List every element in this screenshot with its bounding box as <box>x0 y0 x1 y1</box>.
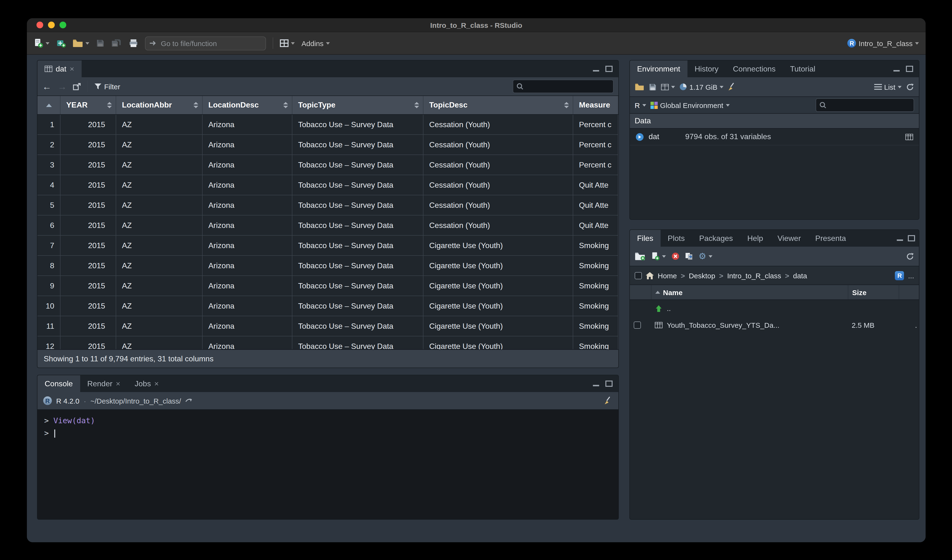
tab-jobs[interactable]: Jobs × <box>127 375 166 392</box>
table-row[interactable]: 72015AZArizonaTobacco Use – Survey DataC… <box>37 236 618 256</box>
save-workspace-icon[interactable] <box>649 83 657 91</box>
tab-connections[interactable]: Connections <box>726 60 783 77</box>
refresh-icon[interactable] <box>906 252 914 260</box>
language-selector[interactable]: R <box>635 101 646 109</box>
maximize-pane-icon[interactable] <box>906 66 913 72</box>
tab-files[interactable]: Files <box>630 230 661 247</box>
back-button[interactable]: ← <box>42 82 51 91</box>
file-checkbox[interactable] <box>634 321 641 329</box>
popout-window-button[interactable] <box>73 83 81 90</box>
column-header-measure[interactable]: Measure <box>573 96 618 114</box>
file-row-up[interactable]: .. <box>630 300 919 317</box>
import-dataset-button[interactable] <box>661 84 675 90</box>
minimize-pane-icon[interactable] <box>593 70 599 71</box>
close-tab-icon[interactable]: × <box>155 380 159 388</box>
more-file-commands-button[interactable]: ⚙ <box>699 251 712 262</box>
new-file-button[interactable] <box>34 39 49 48</box>
close-tab-icon[interactable]: × <box>70 65 74 73</box>
table-row[interactable]: 92015AZArizonaTobacco Use – Survey DataC… <box>37 276 618 296</box>
minimize-window-button[interactable] <box>48 22 55 28</box>
column-header-year[interactable]: YEAR <box>60 96 116 114</box>
file-name[interactable]: .. <box>667 304 671 312</box>
forward-button[interactable]: → <box>57 82 67 91</box>
save-all-button[interactable] <box>111 39 122 48</box>
column-header-topictype[interactable]: TopicType <box>292 96 423 114</box>
tab-render[interactable]: Render × <box>80 375 127 392</box>
tab-dat[interactable]: dat × <box>37 60 81 77</box>
table-row[interactable]: 52015AZArizonaTobacco Use – Survey DataC… <box>37 195 618 216</box>
table-row[interactable]: 22015AZArizonaTobacco Use – Survey DataC… <box>37 135 618 155</box>
copy-file-icon[interactable] <box>685 252 693 260</box>
load-workspace-folder-icon[interactable] <box>635 83 644 91</box>
maximize-pane-icon[interactable] <box>605 381 613 387</box>
tab-environment[interactable]: Environment <box>630 60 688 77</box>
addins-button[interactable]: Addins <box>301 39 330 47</box>
table-row[interactable]: 102015AZArizonaTobacco Use – Survey Data… <box>37 296 618 316</box>
column-header-locationdesc[interactable]: LocationDesc <box>202 96 292 114</box>
environment-selector[interactable]: Global Environment <box>651 101 729 109</box>
list-view-button[interactable]: List <box>874 83 902 91</box>
new-folder-icon[interactable] <box>635 252 645 261</box>
file-name[interactable]: Youth_Tobacco_Survey_YTS_Da... <box>667 321 779 329</box>
table-row[interactable]: 62015AZArizonaTobacco Use – Survey DataC… <box>37 216 618 236</box>
tab-packages[interactable]: Packages <box>692 230 740 247</box>
breadcrumb-project[interactable]: Intro_to_R_class <box>727 272 781 279</box>
goto-directory-icon[interactable] <box>185 398 193 404</box>
goto-file-search[interactable] <box>145 36 266 50</box>
select-all-checkbox[interactable] <box>635 272 642 279</box>
files-name-header[interactable]: Name <box>651 285 848 299</box>
minimize-pane-icon[interactable] <box>593 385 599 386</box>
tab-console[interactable]: Console <box>37 375 80 392</box>
save-button[interactable] <box>96 39 105 48</box>
tab-viewer[interactable]: Viewer <box>770 230 808 247</box>
goto-file-input[interactable] <box>145 36 266 50</box>
files-size-header[interactable]: Size <box>848 285 899 299</box>
column-header-topicdesc[interactable]: TopicDesc <box>423 96 573 114</box>
breadcrumb-data[interactable]: data <box>793 272 807 279</box>
close-tab-icon[interactable]: × <box>116 380 120 388</box>
breadcrumb-more-button[interactable]: ... <box>908 272 914 279</box>
expand-object-icon[interactable] <box>636 133 644 141</box>
tab-plots[interactable]: Plots <box>661 230 692 247</box>
table-row[interactable]: 12015AZArizonaTobacco Use – Survey DataC… <box>37 115 618 135</box>
environment-object-row[interactable]: dat 9794 obs. of 31 variables <box>630 129 919 145</box>
project-menu-button[interactable]: R Intro_to_R_class <box>848 39 919 48</box>
files-modified-header[interactable] <box>899 285 919 299</box>
memory-usage-button[interactable]: 1.17 GiB <box>679 83 724 91</box>
table-row[interactable]: 82015AZArizonaTobacco Use – Survey DataC… <box>37 256 618 276</box>
clear-console-broom-icon[interactable] <box>604 396 613 405</box>
table-row[interactable]: 122015AZArizonaTobacco Use – Survey Data… <box>37 336 618 349</box>
print-button[interactable] <box>129 39 138 48</box>
clear-environment-broom-icon[interactable] <box>728 83 737 91</box>
close-window-button[interactable] <box>37 22 43 28</box>
maximize-pane-icon[interactable] <box>605 66 613 72</box>
table-row[interactable]: 32015AZArizonaTobacco Use – Survey DataC… <box>37 155 618 175</box>
table-row[interactable]: 42015AZArizonaTobacco Use – Survey DataC… <box>37 175 618 195</box>
minimize-pane-icon[interactable] <box>897 239 903 241</box>
file-row[interactable]: Youth_Tobacco_Survey_YTS_Da... 2.5 MB . <box>630 317 919 333</box>
home-icon[interactable] <box>646 272 654 279</box>
console-output[interactable]: > View(dat) > <box>37 410 618 519</box>
column-header-locationabbr[interactable]: LocationAbbr <box>116 96 202 114</box>
new-project-button[interactable] <box>56 39 66 48</box>
delete-file-icon[interactable] <box>672 252 679 260</box>
environment-search-input[interactable] <box>816 99 914 112</box>
minimize-pane-icon[interactable] <box>893 70 899 71</box>
tab-help[interactable]: Help <box>740 230 770 247</box>
row-number-header[interactable] <box>37 96 60 114</box>
breadcrumb-home[interactable]: Home <box>658 272 677 279</box>
table-search-input[interactable] <box>513 80 614 93</box>
table-row[interactable]: 112015AZArizonaTobacco Use – Survey Data… <box>37 316 618 336</box>
fullscreen-window-button[interactable] <box>60 22 66 28</box>
open-file-button[interactable] <box>73 39 89 48</box>
pane-layout-button[interactable] <box>280 39 295 47</box>
refresh-icon[interactable] <box>906 83 914 91</box>
new-blank-file-button[interactable] <box>651 252 666 261</box>
filter-button[interactable]: Filter <box>94 82 120 91</box>
breadcrumb-desktop[interactable]: Desktop <box>689 272 715 279</box>
maximize-pane-icon[interactable] <box>908 235 915 241</box>
view-table-icon[interactable] <box>906 134 913 140</box>
tab-tutorial[interactable]: Tutorial <box>783 60 823 77</box>
tab-history[interactable]: History <box>688 60 726 77</box>
tab-presentation[interactable]: Presenta <box>808 230 848 247</box>
